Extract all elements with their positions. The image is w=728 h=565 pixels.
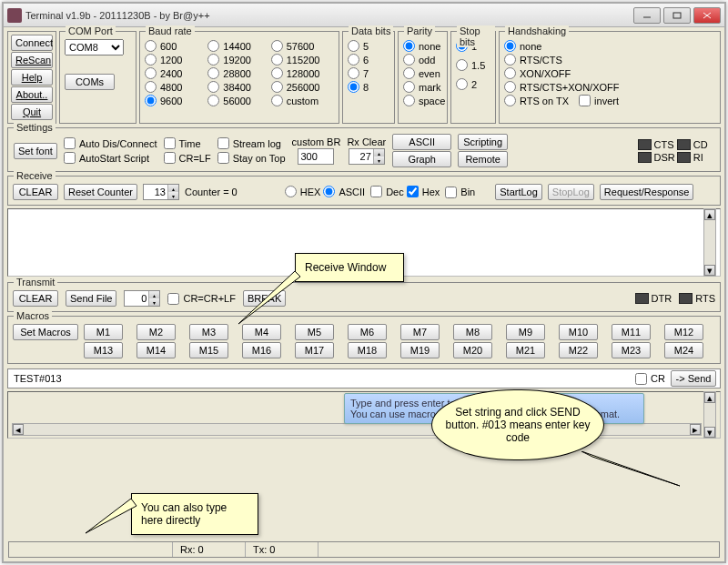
macro-M10[interactable]: M10 xyxy=(559,324,598,340)
coms-button[interactable]: COMs xyxy=(65,74,115,90)
about-button[interactable]: About.. xyxy=(11,86,53,103)
macro-M19[interactable]: M19 xyxy=(400,342,440,358)
parity-even[interactable]: even xyxy=(403,67,442,79)
reset-counter-button[interactable]: Reset Counter xyxy=(64,184,137,200)
baud-256000[interactable]: 256000 xyxy=(271,81,334,93)
crlf-check[interactable] xyxy=(164,152,176,164)
ascii-radio[interactable] xyxy=(323,186,335,197)
time-check[interactable] xyxy=(164,137,176,149)
setmacros-button[interactable]: Set Macros xyxy=(13,324,78,340)
databits-7[interactable]: 7 xyxy=(348,67,389,79)
crcrlf-check[interactable] xyxy=(167,293,179,305)
macro-M11[interactable]: M11 xyxy=(612,324,651,340)
handshake-1[interactable]: RTS/CTS xyxy=(504,54,715,66)
scroll-down-icon[interactable]: ▾ xyxy=(704,265,715,276)
macro-M9[interactable]: M9 xyxy=(506,324,545,340)
custom-br-input[interactable] xyxy=(298,148,334,165)
dtr-led[interactable] xyxy=(635,293,649,304)
receive-clear-button[interactable]: CLEAR xyxy=(13,184,58,200)
macro-M15[interactable]: M15 xyxy=(189,342,228,358)
macro-M18[interactable]: M18 xyxy=(348,342,387,358)
close-button[interactable] xyxy=(693,7,721,24)
send-input[interactable] xyxy=(12,371,630,386)
handshake-4[interactable]: RTS on TX invert xyxy=(504,95,715,106)
macro-M21[interactable]: M21 xyxy=(506,342,545,358)
rts-led[interactable] xyxy=(679,293,693,304)
macro-M17[interactable]: M17 xyxy=(295,342,334,358)
baud-38400[interactable]: 38400 xyxy=(207,81,270,93)
comport-select[interactable]: COM8 xyxy=(65,39,124,55)
maximize-button[interactable] xyxy=(663,7,691,24)
databits-8[interactable]: 8 xyxy=(348,81,389,93)
parity-odd[interactable]: odd xyxy=(403,54,442,66)
graph-button[interactable]: Graph xyxy=(392,151,451,167)
asciitable-button[interactable]: ASCII table xyxy=(392,134,451,150)
macro-M5[interactable]: M5 xyxy=(295,324,334,340)
parity-none[interactable]: none xyxy=(403,40,442,52)
stopbits-1.5[interactable]: 1.5 xyxy=(456,59,490,71)
macro-M20[interactable]: M20 xyxy=(453,342,492,358)
baud-4800[interactable]: 4800 xyxy=(145,81,207,93)
quit-button[interactable]: Quit xyxy=(11,104,53,120)
stopbits-2[interactable]: 2 xyxy=(456,78,490,90)
macro-M3[interactable]: M3 xyxy=(189,324,228,340)
handshake-2[interactable]: XON/XOFF xyxy=(504,67,715,79)
baud-56000[interactable]: 56000 xyxy=(207,95,270,106)
break-button[interactable]: BREAK xyxy=(243,290,286,307)
reqresp-button[interactable]: Request/Response xyxy=(600,184,694,200)
macro-M2[interactable]: M2 xyxy=(136,324,176,340)
rxclear-spinner[interactable]: ▴▾ xyxy=(349,148,385,165)
macro-M24[interactable]: M24 xyxy=(664,342,703,358)
baud-14400[interactable]: 14400 xyxy=(207,40,270,52)
connect-button[interactable]: Connect xyxy=(11,35,53,51)
hex-check[interactable] xyxy=(407,186,419,197)
dec-check[interactable] xyxy=(370,186,382,197)
autodisconnect-check[interactable] xyxy=(64,137,76,149)
transmit-clear-button[interactable]: CLEAR xyxy=(13,290,58,307)
macro-M6[interactable]: M6 xyxy=(348,324,387,340)
help-button[interactable]: Help xyxy=(11,69,53,86)
macro-M1[interactable]: M1 xyxy=(84,324,123,340)
macro-M14[interactable]: M14 xyxy=(136,342,176,358)
scroll-right-icon[interactable]: ▸ xyxy=(690,424,701,435)
macro-M7[interactable]: M7 xyxy=(400,324,440,340)
setfont-button[interactable]: Set font xyxy=(14,143,57,159)
baud-1200[interactable]: 1200 xyxy=(145,54,207,66)
macro-M12[interactable]: M12 xyxy=(664,324,703,340)
sendcr-check[interactable] xyxy=(635,373,647,385)
macro-M8[interactable]: M8 xyxy=(453,324,492,340)
autostartscript-check[interactable] xyxy=(64,152,76,164)
handshake-3[interactable]: RTS/CTS+XON/XOFF xyxy=(504,81,715,93)
databits-5[interactable]: 5 xyxy=(348,40,389,52)
streamlog-check[interactable] xyxy=(217,137,229,149)
baud-28800[interactable]: 28800 xyxy=(207,67,270,79)
baud-2400[interactable]: 2400 xyxy=(145,67,207,79)
scroll-left-icon[interactable]: ◂ xyxy=(13,424,24,435)
senddelay-spinner[interactable]: ▴▾ xyxy=(124,290,160,307)
scroll-up-icon[interactable]: ▴ xyxy=(704,392,715,403)
macro-M16[interactable]: M16 xyxy=(242,342,281,358)
databits-6[interactable]: 6 xyxy=(348,54,389,66)
sendfile-button[interactable]: Send File xyxy=(66,290,116,307)
counter-spinner[interactable]: ▴▾ xyxy=(143,184,179,200)
baud-19200[interactable]: 19200 xyxy=(207,54,270,66)
remote-button[interactable]: Remote xyxy=(458,151,508,167)
scripting-button[interactable]: Scripting xyxy=(458,134,508,150)
macro-M22[interactable]: M22 xyxy=(559,342,598,358)
macro-M13[interactable]: M13 xyxy=(84,342,123,358)
hex-radio[interactable] xyxy=(285,186,297,197)
minimize-button[interactable] xyxy=(633,7,661,24)
baud-custom[interactable]: custom xyxy=(271,95,334,106)
macro-M4[interactable]: M4 xyxy=(242,324,281,340)
macro-M23[interactable]: M23 xyxy=(612,342,651,358)
send-button[interactable]: -> Send xyxy=(671,370,716,387)
invert-check[interactable] xyxy=(579,95,591,106)
baud-9600[interactable]: 9600 xyxy=(145,95,207,106)
stayontop-check[interactable] xyxy=(217,152,229,164)
bin-check[interactable] xyxy=(445,187,457,198)
startlog-button[interactable]: StartLog xyxy=(495,184,542,200)
rescan-button[interactable]: ReScan xyxy=(11,52,53,68)
scroll-up-icon[interactable]: ▴ xyxy=(704,209,715,220)
baud-57600[interactable]: 57600 xyxy=(271,40,334,52)
baud-600[interactable]: 600 xyxy=(145,40,207,52)
